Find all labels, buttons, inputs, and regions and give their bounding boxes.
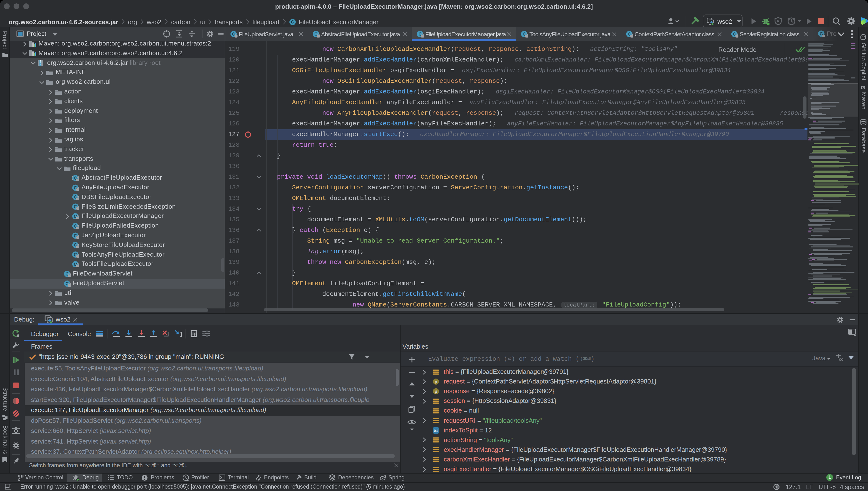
svg-text:C: C <box>291 19 294 24</box>
svg-text:p: p <box>434 379 437 384</box>
svg-text:01: 01 <box>434 429 438 433</box>
svg-text:p: p <box>434 389 437 394</box>
